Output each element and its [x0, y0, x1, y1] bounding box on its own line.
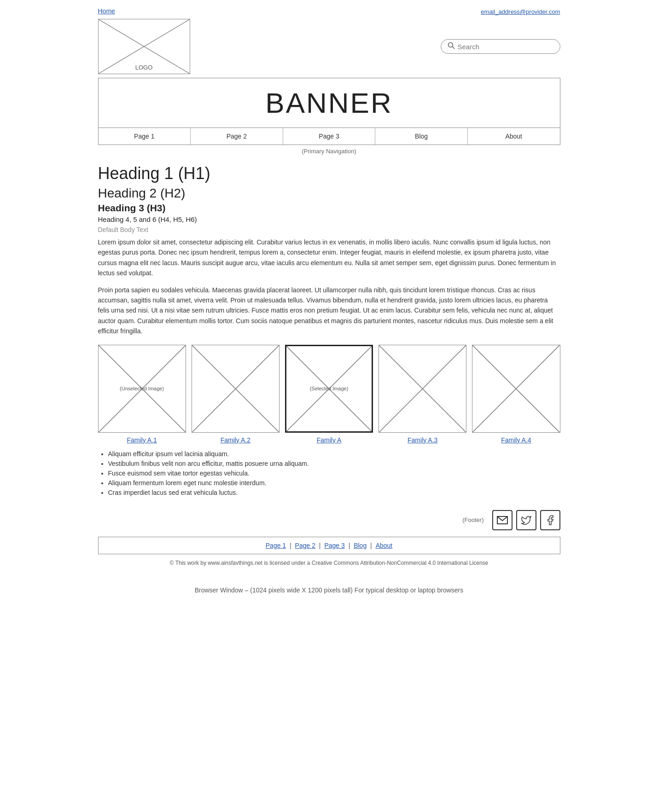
body-para-1: Lorem ipsum dolor sit amet, consectetur … — [98, 237, 560, 278]
footer-nav-page3[interactable]: Page 3 — [324, 542, 344, 549]
footer-nav: Page 1 | Page 2 | Page 3 | Blog | About — [98, 537, 560, 554]
footer-nav-blog[interactable]: Blog — [354, 542, 367, 549]
copyright-bar: © This work by www.ainsfavthings.net is … — [98, 558, 560, 568]
list-item: Cras imperdiet lacus sed erat vehicula l… — [108, 489, 560, 496]
footer-icons-row: (Footer) — [93, 505, 565, 535]
image-caption-3[interactable]: Family A.3 — [408, 436, 437, 444]
image-placeholder-2[interactable]: (Selected Image) — [285, 345, 373, 433]
search-input[interactable] — [458, 43, 553, 51]
svg-point-2 — [448, 43, 453, 47]
image-caption-4[interactable]: Family A.4 — [501, 436, 531, 444]
image-item-0[interactable]: (Unselected Image) Family A.1 — [98, 345, 186, 444]
list-item: Vestibulum finibus velit non arcu effici… — [108, 460, 560, 467]
logo-box: LOGO — [98, 19, 190, 74]
search-icon — [448, 42, 455, 51]
list-item: Aliquam fermentum lorem eget nunc molest… — [108, 479, 560, 487]
list-item: Fusce euismod sem vitae tortor egestas v… — [108, 470, 560, 477]
image-placeholder-3[interactable] — [378, 345, 466, 433]
email-link[interactable]: email_address@provider.com — [481, 8, 560, 15]
nav-item-page1[interactable]: Page 1 — [99, 128, 191, 145]
image-caption-2[interactable]: Family A — [317, 436, 342, 444]
footer-nav-page2[interactable]: Page 2 — [295, 542, 315, 549]
list-item: Aliquam efficitur ipsum vel lacinia aliq… — [108, 450, 560, 458]
twitter-icon-box[interactable] — [516, 510, 536, 530]
heading-1: Heading 1 (H1) — [98, 164, 560, 183]
default-body-label: Default Body Text — [98, 226, 560, 233]
image-label-0: (Unselected Image) — [120, 386, 164, 391]
image-placeholder-0[interactable]: (Unselected Image) — [98, 345, 186, 433]
nav-item-about[interactable]: About — [468, 128, 560, 145]
image-row: (Unselected Image) Family A.1 Family A.2… — [98, 345, 560, 444]
footer-nav-page1[interactable]: Page 1 — [266, 542, 286, 549]
body-para-2: Proin porta sapien eu sodales vehicula. … — [98, 285, 560, 336]
nav-item-blog[interactable]: Blog — [375, 128, 468, 145]
image-caption-1[interactable]: Family A.2 — [221, 436, 250, 444]
nav-item-page2[interactable]: Page 2 — [191, 128, 283, 145]
search-box[interactable] — [441, 39, 560, 54]
heading-3: Heading 3 (H3) — [98, 203, 560, 214]
logo-label: LOGO — [135, 64, 153, 71]
email-icon-box[interactable] — [492, 510, 512, 530]
footer-separator: | — [319, 542, 323, 549]
top-bar: Home email_address@provider.com — [93, 5, 565, 17]
image-item-1[interactable]: Family A.2 — [192, 345, 280, 444]
image-label-2: (Selected Image) — [310, 386, 349, 391]
image-placeholder-4[interactable] — [472, 345, 560, 433]
footer-nav-about[interactable]: About — [376, 542, 393, 549]
image-placeholder-1[interactable] — [192, 345, 280, 433]
bullet-list: Aliquam efficitur ipsum vel lacinia aliq… — [108, 450, 560, 496]
banner: BANNER — [98, 78, 560, 128]
image-item-2[interactable]: (Selected Image) Family A — [285, 345, 373, 444]
nav-bar: Page 1 Page 2 Page 3 Blog About — [98, 128, 560, 145]
footer-separator: | — [290, 542, 293, 549]
nav-item-page3[interactable]: Page 3 — [283, 128, 376, 145]
heading-4: Heading 4, 5 and 6 (H4, H5, H6) — [98, 215, 560, 223]
svg-line-3 — [452, 47, 454, 49]
image-caption-0[interactable]: Family A.1 — [127, 436, 157, 444]
main-content: Heading 1 (H1) Heading 2 (H2) Heading 3 … — [93, 155, 565, 496]
browser-note: Browser Window – (1024 pixels wide X 120… — [93, 586, 565, 603]
banner-text: BANNER — [265, 87, 392, 119]
home-link[interactable]: Home — [98, 7, 115, 15]
image-item-3[interactable]: Family A.3 — [378, 345, 466, 444]
image-item-4[interactable]: Family A.4 — [472, 345, 560, 444]
footer-separator: | — [349, 542, 352, 549]
logo-search-row: LOGO — [93, 17, 565, 78]
heading-2: Heading 2 (H2) — [98, 186, 560, 201]
facebook-icon-box[interactable] — [540, 510, 560, 530]
nav-note: (Primary Navigation) — [98, 148, 560, 155]
footer-label: (Footer) — [462, 516, 483, 523]
footer-separator: | — [370, 542, 374, 549]
